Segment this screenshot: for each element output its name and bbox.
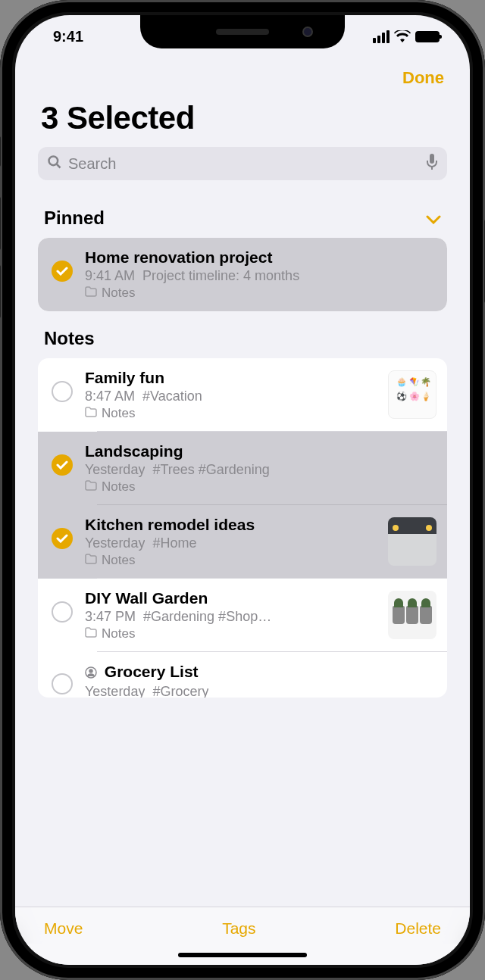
selection-checkbox[interactable] [52, 261, 73, 282]
home-indicator[interactable] [15, 944, 470, 965]
search-bar[interactable] [38, 147, 447, 180]
note-title: Grocery List [85, 663, 436, 682]
svg-text:🌴: 🌴 [421, 376, 431, 387]
note-row[interactable]: Landscaping Yesterday #Trees #Gardening … [38, 432, 447, 505]
note-preview: #Gardening #Shop… [143, 609, 271, 625]
note-time: Yesterday [85, 535, 145, 551]
battery-icon [415, 31, 440, 42]
dictate-icon[interactable] [426, 154, 438, 173]
folder-icon [85, 479, 97, 495]
move-button[interactable]: Move [44, 919, 83, 938]
note-folder: Notes [102, 406, 135, 421]
notch [140, 15, 345, 48]
svg-text:🍦: 🍦 [421, 391, 431, 401]
nav-bar: Done [15, 58, 470, 91]
note-time: 8:47 AM [85, 389, 135, 404]
svg-text:🌸: 🌸 [409, 391, 420, 401]
folder-icon [85, 286, 97, 301]
note-folder: Notes [102, 626, 135, 641]
note-row[interactable]: DIY Wall Garden 3:47 PM #Gardening #Shop… [38, 579, 447, 652]
toolbar: Move Tags Delete [15, 907, 470, 944]
note-thumbnail [388, 517, 436, 566]
svg-text:🪁: 🪁 [409, 376, 420, 387]
search-icon [47, 154, 62, 173]
note-thumbnail [388, 591, 436, 639]
selection-checkbox[interactable] [52, 601, 73, 623]
selection-checkbox[interactable] [52, 381, 73, 402]
note-title: DIY Wall Garden [85, 589, 376, 607]
search-input[interactable] [68, 155, 420, 173]
wifi-icon [394, 30, 411, 42]
page-title: 3 Selected [15, 91, 470, 147]
folder-icon [85, 406, 97, 421]
note-row[interactable]: Grocery List Yesterday #Grocery [38, 652, 447, 698]
chevron-down-icon[interactable] [426, 208, 441, 229]
folder-icon [85, 553, 97, 568]
note-time: 3:47 PM [85, 609, 136, 625]
delete-button[interactable]: Delete [395, 919, 441, 938]
note-title: Landscaping [85, 442, 436, 460]
note-folder: Notes [102, 286, 135, 301]
selection-checkbox[interactable] [52, 673, 73, 694]
note-folder: Notes [102, 553, 135, 568]
note-preview: #Vacation [142, 389, 202, 404]
note-preview: #Grocery [152, 684, 208, 698]
tags-button[interactable]: Tags [222, 919, 255, 938]
svg-line-1 [57, 164, 61, 168]
shared-icon [85, 664, 102, 682]
note-time: 9:41 AM [85, 268, 135, 284]
note-row[interactable]: Kitchen remodel ideas Yesterday #Home No… [38, 505, 447, 579]
note-title: Kitchen remodel ideas [85, 516, 376, 534]
note-row[interactable]: Home renovation project 9:41 AM Project … [38, 238, 447, 311]
svg-text:🧁: 🧁 [396, 376, 407, 387]
notes-label: Notes [44, 328, 95, 349]
svg-rect-2 [430, 154, 434, 164]
status-time: 9:41 [45, 28, 83, 45]
selection-checkbox[interactable] [52, 454, 73, 476]
folder-icon [85, 626, 97, 641]
note-preview: #Trees #Gardening [152, 462, 269, 478]
note-time: Yesterday [85, 462, 145, 478]
pinned-label: Pinned [44, 208, 105, 229]
svg-point-11 [89, 669, 92, 673]
pinned-section-header[interactable]: Pinned [38, 191, 447, 238]
cellular-icon [373, 30, 390, 43]
notes-section-header: Notes [38, 311, 447, 358]
note-title: Family fun [85, 369, 376, 387]
note-preview: Project timeline: 4 months [142, 268, 299, 284]
svg-point-0 [49, 157, 58, 166]
pinned-section: Home renovation project 9:41 AM Project … [38, 238, 447, 311]
selection-checkbox[interactable] [52, 528, 73, 549]
note-row[interactable]: Family fun 8:47 AM #Vacation Notes 🧁🪁🌴 [38, 358, 447, 432]
note-thumbnail: 🧁🪁🌴 ⚽🌸🍦 [388, 370, 436, 419]
note-title: Home renovation project [85, 248, 436, 267]
done-button[interactable]: Done [402, 68, 444, 88]
notes-section: Family fun 8:47 AM #Vacation Notes 🧁🪁🌴 [38, 358, 447, 698]
note-preview: #Home [152, 535, 196, 551]
note-folder: Notes [102, 479, 135, 495]
note-time: Yesterday [85, 684, 145, 698]
svg-text:⚽: ⚽ [396, 391, 407, 401]
